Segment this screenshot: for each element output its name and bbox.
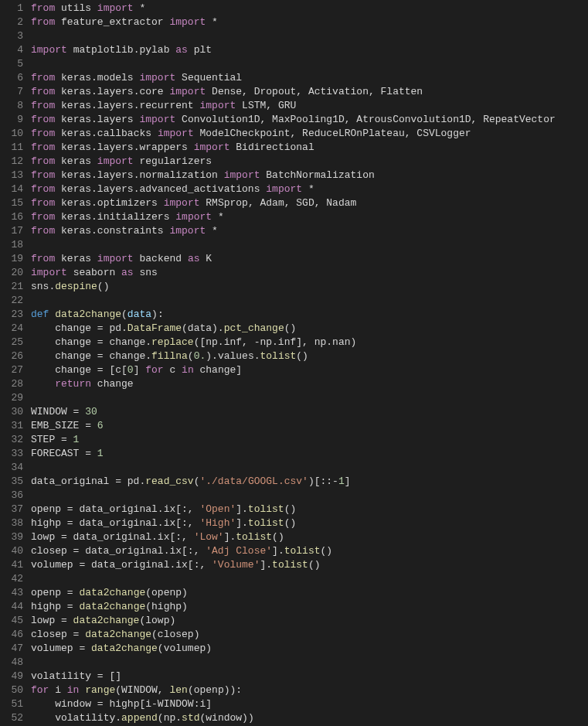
code-line[interactable]: closep = data2change(closep) — [31, 628, 588, 642]
code-line[interactable]: highp = data_original.ix[:, 'High'].toli… — [31, 516, 588, 530]
code-token — [31, 322, 55, 334]
code-line[interactable]: from keras import backend as K — [31, 252, 588, 266]
code-line[interactable]: return change — [31, 377, 588, 391]
code-token — [206, 86, 212, 97]
line-number: 2 — [0, 15, 23, 29]
code-line[interactable]: volumep = data2change(volumep) — [31, 642, 588, 656]
code-line[interactable]: change = [c[0] for c in change] — [31, 363, 588, 377]
line-number: 6 — [0, 71, 23, 85]
code-token — [175, 114, 182, 125]
code-token: plt — [194, 44, 212, 56]
code-line[interactable]: from keras.layers.recurrent import LSTM,… — [31, 99, 588, 113]
code-token: import — [97, 155, 134, 167]
code-line[interactable]: sns.despine() — [31, 280, 588, 294]
code-line[interactable]: lowp = data_original.ix[:, 'Low'].tolist… — [31, 530, 588, 544]
code-token: () — [308, 559, 321, 571]
code-line[interactable]: for i in range(WINDOW, len(openp)): — [31, 683, 588, 697]
code-line[interactable]: from keras.layers.wrappers import Bidire… — [31, 141, 588, 155]
code-line[interactable]: change = change.fillna(0.).values.tolist… — [31, 349, 588, 363]
code-token: * — [212, 225, 218, 237]
line-number: 27 — [0, 363, 23, 377]
code-line[interactable]: closep = data_original.ix[:, 'Adj Close'… — [31, 544, 588, 558]
code-token: import — [139, 72, 175, 84]
code-token: from — [31, 100, 55, 111]
code-content[interactable]: from utils import *from feature_extracto… — [31, 2, 588, 725]
code-token — [31, 698, 55, 710]
code-line[interactable]: EMB_SIZE = 6 — [31, 419, 588, 433]
code-line[interactable]: from keras.layers.core import Dense, Dro… — [31, 85, 588, 99]
code-line[interactable]: from utils import * — [31, 2, 588, 15]
code-line[interactable]: change = change.replace([np.inf, -np.inf… — [31, 336, 588, 349]
line-number: 26 — [0, 349, 23, 363]
code-line[interactable]: from keras.models import Sequential — [31, 71, 588, 85]
code-token: from — [31, 253, 55, 264]
code-line[interactable]: from keras.initializers import * — [31, 210, 588, 224]
code-token: () — [284, 517, 297, 529]
code-line[interactable]: from keras.callbacks import ModelCheckpo… — [31, 127, 588, 141]
code-line[interactable] — [31, 57, 588, 71]
code-token — [55, 197, 61, 209]
code-line[interactable] — [31, 29, 588, 43]
code-token — [91, 2, 97, 14]
code-line[interactable]: openp = data_original.ix[:, 'Open'].toli… — [31, 503, 588, 516]
code-token: def — [31, 308, 49, 320]
line-number: 12 — [0, 155, 23, 169]
code-line[interactable]: from feature_extractor import * — [31, 15, 588, 29]
code-line[interactable]: data_original = pd.read_csv('./data/GOOG… — [31, 475, 588, 489]
code-token — [158, 197, 164, 209]
code-line[interactable]: import matplotlib.pylab as plt — [31, 43, 588, 57]
code-token: from — [31, 141, 55, 153]
line-number: 40 — [0, 544, 23, 558]
code-token — [55, 2, 61, 14]
line-number: 47 — [0, 642, 23, 656]
code-token: import — [97, 253, 134, 264]
code-line[interactable] — [31, 461, 588, 475]
code-token: LSTM, GRU — [242, 100, 296, 111]
line-number: 38 — [0, 516, 23, 530]
line-number: 46 — [0, 628, 23, 642]
line-number: 20 — [0, 266, 23, 280]
code-line[interactable] — [31, 656, 588, 670]
code-token: volatility. — [55, 712, 121, 724]
code-line[interactable] — [31, 489, 588, 503]
code-token: (volumep) — [158, 642, 212, 654]
code-token — [31, 712, 55, 724]
code-line[interactable]: from keras.layers.advanced_activations i… — [31, 182, 588, 196]
code-line[interactable]: volatility = [] — [31, 670, 588, 683]
code-token: 'Open' — [199, 503, 236, 515]
code-line[interactable]: STEP = 1 — [31, 433, 588, 447]
code-line[interactable]: from keras.constraints import * — [31, 224, 588, 238]
code-token: 30 — [85, 406, 97, 418]
code-line[interactable] — [31, 572, 588, 586]
code-token: std — [182, 712, 199, 724]
code-token: from — [31, 2, 55, 14]
code-line[interactable] — [31, 238, 588, 252]
code-line[interactable]: from keras import regularizers — [31, 155, 588, 169]
code-line[interactable]: import seaborn as sns — [31, 266, 588, 280]
code-line[interactable]: FORECAST = 1 — [31, 447, 588, 461]
code-line[interactable]: from keras.layers import Convolution1D, … — [31, 113, 588, 127]
code-token — [218, 169, 224, 181]
code-token — [302, 183, 308, 195]
code-token: sns — [139, 267, 157, 278]
code-token — [194, 128, 200, 139]
code-line[interactable]: from keras.layers.normalization import B… — [31, 169, 588, 182]
code-token: volumep = — [31, 642, 91, 654]
code-line[interactable]: highp = data2change(highp) — [31, 600, 588, 614]
code-line[interactable]: def data2change(data): — [31, 308, 588, 322]
code-line[interactable] — [31, 391, 588, 405]
code-line[interactable] — [31, 294, 588, 308]
code-line[interactable]: openp = data2change(openp) — [31, 586, 588, 600]
code-line[interactable]: change = pd.DataFrame(data).pct_change() — [31, 322, 588, 336]
code-line[interactable]: window = highp[i-WINDOW:i] — [31, 697, 588, 711]
code-editor[interactable]: 1234567891011121314151617181920212223242… — [0, 0, 588, 725]
code-token: ]. — [224, 531, 236, 543]
code-line[interactable]: WINDOW = 30 — [31, 405, 588, 419]
code-line[interactable]: volumep = data_original.ix[:, 'Volume'].… — [31, 558, 588, 572]
code-line[interactable]: volatility.append(np.std(window)) — [31, 711, 588, 725]
code-token: matplotlib.pylab — [73, 44, 170, 56]
code-token: ]. — [236, 503, 248, 515]
code-line[interactable]: lowp = data2change(lowp) — [31, 614, 588, 628]
code-token: change — [91, 378, 134, 390]
code-line[interactable]: from keras.optimizers import RMSprop, Ad… — [31, 196, 588, 210]
